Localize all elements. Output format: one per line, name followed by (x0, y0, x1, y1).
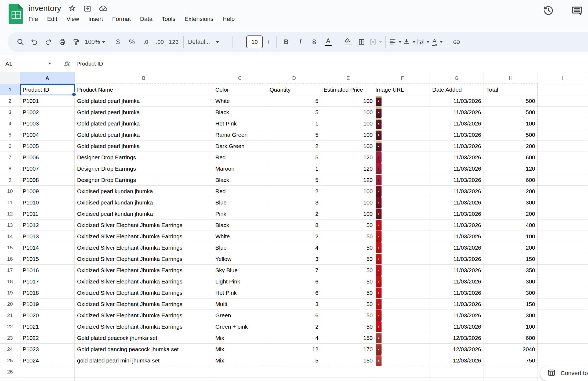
cell-I23[interactable] (538, 332, 588, 344)
cell-H24[interactable]: 2040 (484, 344, 538, 355)
cell-E26[interactable] (321, 366, 375, 378)
cell-B25[interactable]: gold plated pearl mini jhumka set (75, 355, 213, 366)
cell-F13[interactable] (375, 220, 430, 231)
cell-E16[interactable]: 50 (321, 253, 375, 265)
row-header-4[interactable]: 4 (0, 118, 20, 129)
cell-H18[interactable]: 300 (484, 276, 538, 287)
cell-H11[interactable]: 300 (484, 197, 538, 208)
cell-B11[interactable]: Oxidised pearl kundan jhumka (75, 197, 213, 208)
cell-D2[interactable]: 5 (267, 95, 321, 107)
product-thumbnail-image[interactable] (376, 344, 382, 355)
cell-B22[interactable]: Oxidized Silver Elephant Jhumka Earrings (75, 321, 213, 332)
cell-A22[interactable]: P1021 (20, 321, 75, 332)
menu-insert[interactable]: Insert (88, 16, 103, 23)
cell-B1[interactable]: Product Name (75, 84, 213, 95)
cell-D8[interactable]: 1 (267, 163, 321, 174)
cell-I10[interactable] (538, 186, 588, 197)
row-header-21[interactable]: 21 (0, 310, 20, 321)
cell-I24[interactable] (538, 344, 588, 355)
cell-B14[interactable]: Oxidized Silver Elephant Jhumka Earrings (75, 231, 213, 242)
cell-G10[interactable]: 11/03/2026 (430, 186, 484, 197)
cell-A5[interactable]: P1004 (20, 129, 75, 141)
text-color-button[interactable]: A (321, 35, 335, 49)
cell-F18[interactable] (375, 276, 430, 287)
cell-A7[interactable]: P1006 (20, 152, 75, 163)
name-box[interactable]: A1 (0, 60, 55, 67)
cell-G2[interactable]: 11/03/2026 (430, 95, 484, 107)
cell-E17[interactable]: 50 (321, 265, 375, 276)
cell-F8[interactable] (375, 163, 430, 174)
menu-format[interactable]: Format (112, 16, 131, 23)
product-thumbnail-image[interactable] (376, 107, 382, 118)
cell-I2[interactable] (538, 95, 588, 107)
cell-G5[interactable]: 11/03/2026 (430, 129, 484, 141)
percent-format-button[interactable]: % (125, 35, 139, 49)
font-size-input[interactable]: 10 (246, 35, 263, 48)
cell-C5[interactable]: Rama Green (213, 129, 267, 141)
cell-D1[interactable]: Quantity (267, 84, 321, 95)
cell-D11[interactable]: 3 (267, 197, 321, 208)
cell-B13[interactable]: Oxidized Silver Elephant Jhumka Earrings (75, 220, 213, 231)
cell-E27[interactable] (321, 378, 375, 381)
cell-F6[interactable] (375, 141, 430, 152)
cell-B26[interactable] (75, 366, 213, 378)
cell-B19[interactable]: Oxidized Silver Elephant Jhumka Earrings (75, 287, 213, 299)
product-thumbnail-image[interactable] (376, 276, 382, 287)
row-header-14[interactable]: 14 (0, 231, 20, 242)
cell-B24[interactable]: Gold plated dancing peacock jhumka set (75, 344, 213, 355)
cell-H25[interactable]: 750 (484, 355, 538, 366)
horizontal-align-button[interactable] (388, 35, 402, 49)
cell-F22[interactable] (375, 321, 430, 332)
cell-B17[interactable]: Oxidized Silver Elephant Jhumka Earrings (75, 265, 213, 276)
cell-G11[interactable]: 11/03/2026 (430, 197, 484, 208)
cell-A26[interactable] (20, 366, 75, 378)
cell-A4[interactable]: P1003 (20, 118, 75, 129)
cell-A17[interactable]: P1016 (20, 265, 75, 276)
column-header-I[interactable]: I (538, 72, 588, 84)
menu-data[interactable]: Data (140, 16, 152, 23)
cell-C1[interactable]: Color (213, 84, 267, 95)
cell-H5[interactable]: 500 (484, 129, 538, 141)
cell-B20[interactable]: Oxidized Silver Elephant Jhumka Earrings (75, 299, 213, 310)
cell-H9[interactable]: 600 (484, 174, 538, 186)
insert-link-icon[interactable] (450, 35, 464, 49)
currency-format-button[interactable]: $ (111, 35, 125, 49)
cell-G26[interactable] (430, 366, 484, 378)
row-header-6[interactable]: 6 (0, 141, 20, 152)
cell-F27[interactable] (375, 378, 430, 381)
menu-tools[interactable]: Tools (162, 16, 175, 23)
cell-A13[interactable]: P1012 (20, 220, 75, 231)
cell-E13[interactable]: 50 (321, 220, 375, 231)
text-rotation-button[interactable]: A (430, 35, 444, 49)
cell-C13[interactable]: Black (213, 220, 267, 231)
cell-A8[interactable]: P1007 (20, 163, 75, 174)
cell-E21[interactable]: 50 (321, 310, 375, 321)
product-thumbnail-image[interactable] (376, 152, 382, 163)
cell-G1[interactable]: Date Added (430, 84, 484, 95)
cell-D4[interactable]: 1 (267, 118, 321, 129)
cell-I13[interactable] (538, 220, 588, 231)
undo-icon[interactable] (27, 35, 41, 49)
cell-H17[interactable]: 350 (484, 265, 538, 276)
cell-G27[interactable] (430, 378, 484, 381)
cell-E5[interactable]: 100 (321, 129, 375, 141)
product-thumbnail-image[interactable] (376, 186, 382, 197)
sheets-logo[interactable] (9, 4, 23, 24)
cell-D3[interactable]: 5 (267, 107, 321, 118)
cell-I18[interactable] (538, 276, 588, 287)
menu-edit[interactable]: Edit (47, 16, 57, 23)
cell-G25[interactable]: 12/03/2026 (430, 355, 484, 366)
cell-G22[interactable]: 11/03/2026 (430, 321, 484, 332)
cell-G15[interactable]: 11/03/2026 (430, 242, 484, 253)
cell-I16[interactable] (538, 253, 588, 265)
cell-F7[interactable] (375, 152, 430, 163)
redo-icon[interactable] (41, 35, 55, 49)
product-thumbnail-image[interactable] (376, 333, 382, 343)
cell-H27[interactable] (484, 378, 538, 381)
row-header-24[interactable]: 24 (0, 344, 20, 355)
cell-D26[interactable] (267, 366, 321, 378)
cell-F26[interactable] (375, 366, 430, 378)
cell-I1[interactable] (538, 84, 588, 95)
decrease-font-size-button[interactable]: − (235, 35, 246, 49)
cell-E4[interactable]: 100 (321, 118, 375, 129)
